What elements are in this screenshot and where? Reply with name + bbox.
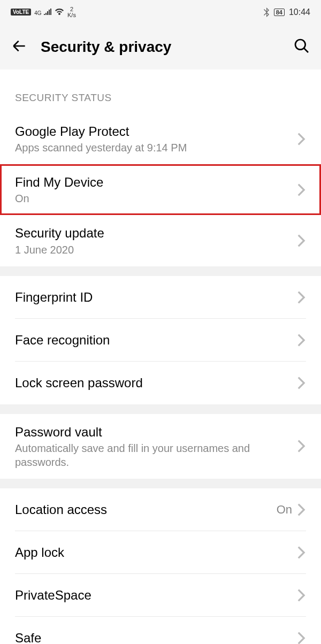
wifi-icon: [55, 9, 64, 16]
item-title: Location access: [15, 501, 277, 518]
app-bar: Security & privacy: [0, 24, 321, 70]
item-title: Find My Device: [15, 174, 296, 190]
bluetooth-icon: [263, 7, 270, 17]
search-icon: [293, 37, 310, 55]
network-type: 4G: [34, 7, 51, 17]
item-title: App lock: [15, 544, 296, 561]
item-title: Safe: [15, 630, 296, 644]
section-divider: [0, 404, 321, 414]
item-title: Password vault: [15, 424, 296, 440]
item-face-recognition[interactable]: Face recognition: [0, 319, 321, 362]
item-google-play-protect[interactable]: Google Play Protect Apps scanned yesterd…: [0, 113, 321, 164]
item-password-vault[interactable]: Password vault Automatically save and fi…: [0, 414, 321, 479]
clock: 10:44: [289, 7, 310, 17]
item-safe[interactable]: Safe: [0, 617, 321, 644]
item-location-access[interactable]: Location access On: [0, 488, 321, 531]
svg-point-0: [295, 40, 305, 50]
item-lock-screen-password[interactable]: Lock screen password: [0, 362, 321, 404]
chevron-right-icon: [296, 132, 306, 146]
chevron-right-icon: [296, 376, 306, 390]
item-subtitle: 1 June 2020: [15, 243, 296, 257]
chevron-right-icon: [296, 503, 306, 517]
back-button[interactable]: [11, 37, 28, 57]
arrow-back-icon: [11, 37, 28, 55]
item-find-my-device[interactable]: Find My Device On: [0, 164, 321, 215]
item-title: Fingerprint ID: [15, 289, 296, 305]
section-header-security-status: SECURITY STATUS: [0, 70, 321, 113]
item-title: Google Play Protect: [15, 123, 296, 140]
chevron-right-icon: [296, 290, 306, 304]
chevron-right-icon: [296, 588, 306, 602]
chevron-right-icon: [296, 333, 306, 347]
item-subtitle: Apps scanned yesterday at 9:14 PM: [15, 141, 296, 155]
chevron-right-icon: [296, 631, 306, 644]
item-app-lock[interactable]: App lock: [0, 531, 321, 574]
settings-list: SECURITY STATUS Google Play Protect Apps…: [0, 70, 321, 644]
item-security-update[interactable]: Security update 1 June 2020: [0, 215, 321, 266]
signal-icon: [44, 9, 51, 15]
item-title: Lock screen password: [15, 374, 296, 391]
item-title: Face recognition: [15, 332, 296, 348]
network-speed: 2 K/s: [67, 6, 76, 18]
chevron-right-icon: [296, 546, 306, 559]
page-title: Security & privacy: [41, 39, 280, 56]
section-divider: [0, 479, 321, 488]
section-divider: [0, 266, 321, 276]
chevron-right-icon: [296, 439, 306, 453]
search-button[interactable]: [293, 37, 310, 57]
status-bar: VoLTE 4G 2 K/s 84 10:44: [0, 0, 321, 24]
status-left: VoLTE 4G 2 K/s: [11, 6, 76, 18]
chevron-right-icon: [296, 183, 306, 197]
item-title: Security update: [15, 225, 296, 241]
item-title: PrivateSpace: [15, 587, 296, 603]
item-fingerprint-id[interactable]: Fingerprint ID: [0, 276, 321, 319]
battery-indicator: 84: [274, 9, 285, 16]
item-privatespace[interactable]: PrivateSpace: [0, 574, 321, 617]
item-subtitle: On: [15, 191, 296, 205]
chevron-right-icon: [296, 234, 306, 248]
item-subtitle: Automatically save and fill in your user…: [15, 441, 296, 469]
status-right: 84 10:44: [263, 7, 310, 17]
volte-badge: VoLTE: [11, 9, 31, 16]
item-value: On: [277, 503, 292, 517]
